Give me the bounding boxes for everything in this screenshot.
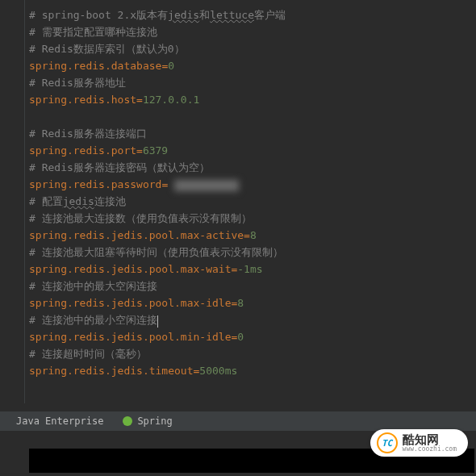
code-line[interactable]: # 需要指定配置哪种连接池	[29, 23, 476, 40]
code-line[interactable]: # 连接池中的最小空闲连接	[29, 311, 476, 328]
code-line[interactable]: # Redis数据库索引（默认为0）	[29, 40, 476, 57]
code-line[interactable]: spring.redis.jedis.timeout=5000ms	[29, 362, 476, 379]
code-line[interactable]: # 连接超时时间（毫秒）	[29, 345, 476, 362]
code-line[interactable]: spring.redis.database=0	[29, 57, 476, 74]
bottom-tab-bar: Java Enterprise Spring	[0, 411, 476, 431]
watermark-url: www.coozhi.com	[403, 446, 457, 453]
gutter-border	[24, 0, 25, 403]
tab-label: Spring	[137, 415, 172, 427]
code-editor[interactable]: # spring-boot 2.x版本有jedis和lettuce客户端# 需要…	[0, 0, 476, 403]
blurred-value	[174, 180, 239, 191]
tab-spring[interactable]: Spring	[113, 411, 182, 431]
tab-java-enterprise[interactable]: Java Enterprise	[6, 411, 113, 431]
code-line[interactable]: spring.redis.port=6379	[29, 142, 476, 159]
code-line[interactable]: # Redis服务器连接端口	[29, 125, 476, 142]
code-line[interactable]: # 连接池最大连接数（使用负值表示没有限制）	[29, 210, 476, 227]
code-line[interactable]: # Redis服务器地址	[29, 74, 476, 91]
code-line[interactable]: spring.redis.host=127.0.0.1	[29, 91, 476, 108]
code-line[interactable]: spring.redis.jedis.pool.max-active=8	[29, 227, 476, 244]
code-line[interactable]	[29, 108, 476, 125]
watermark-text: 酷知网 www.coozhi.com	[403, 434, 457, 453]
code-line[interactable]: spring.redis.jedis.pool.max-idle=8	[29, 294, 476, 311]
code-line[interactable]: # 配置jedis连接池	[29, 193, 476, 210]
code-line[interactable]: spring.redis.jedis.pool.max-wait=-1ms	[29, 261, 476, 278]
watermark-badge: TC 酷知网 www.coozhi.com	[370, 429, 468, 457]
text-cursor	[157, 315, 158, 328]
code-line[interactable]: # 连接池中的最大空闲连接	[29, 278, 476, 294]
code-line[interactable]: spring.redis.jedis.pool.min-idle=0	[29, 328, 476, 345]
code-line[interactable]: # Redis服务器连接密码（默认为空）	[29, 159, 476, 176]
code-line[interactable]: spring.redis.password=	[29, 176, 476, 193]
code-line[interactable]: # 连接池最大阻塞等待时间（使用负值表示没有限制）	[29, 244, 476, 261]
watermark-icon: TC	[377, 432, 398, 453]
watermark-cn: 酷知网	[403, 434, 457, 446]
code-line[interactable]: # spring-boot 2.x版本有jedis和lettuce客户端	[29, 6, 476, 23]
spring-icon	[123, 416, 132, 426]
tab-label: Java Enterprise	[16, 415, 103, 427]
